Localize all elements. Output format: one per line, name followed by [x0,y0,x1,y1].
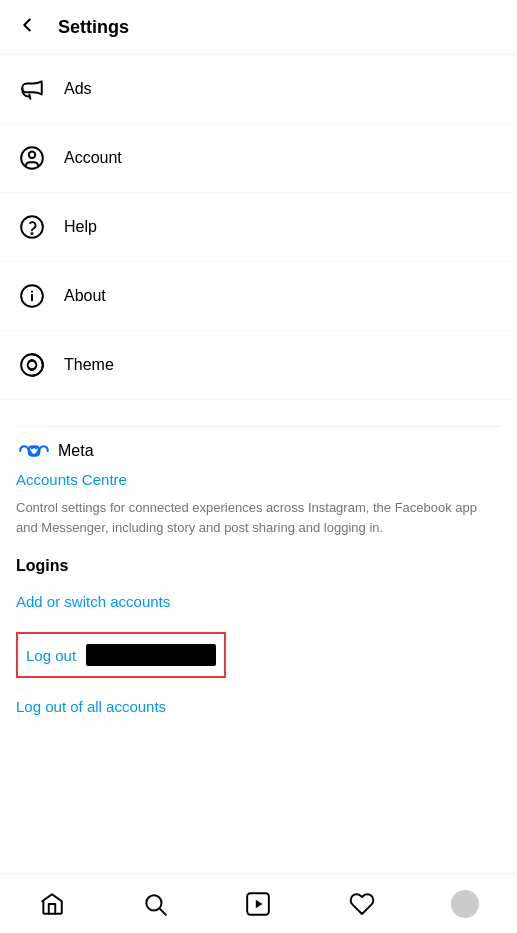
info-icon [16,280,48,312]
logout-all-link[interactable]: Log out of all accounts [16,698,501,715]
logout-link[interactable]: Log out [26,647,76,664]
nav-reels[interactable] [233,879,283,929]
theme-icon [16,349,48,381]
svg-marker-13 [256,899,263,908]
about-label: About [64,287,106,305]
svg-point-7 [31,291,32,292]
ads-label: Ads [64,80,92,98]
logins-title: Logins [16,557,501,575]
accounts-centre-link[interactable]: Accounts Centre [16,471,501,488]
menu-item-ads[interactable]: Ads [0,55,517,124]
bottom-nav [0,873,517,933]
nav-likes[interactable] [337,879,387,929]
meta-text: Meta [58,442,94,460]
reels-icon [245,891,271,917]
header: Settings [0,0,517,55]
search-icon [142,891,168,917]
meta-description: Control settings for connected experienc… [16,498,501,537]
svg-point-4 [31,233,32,234]
add-switch-accounts-link[interactable]: Add or switch accounts [16,593,501,610]
theme-label: Theme [64,356,114,374]
svg-line-11 [160,908,166,914]
home-icon [39,891,65,917]
meta-section: Meta Accounts Centre Control settings fo… [0,400,517,537]
megaphone-icon [16,73,48,105]
menu-item-account[interactable]: Account [0,124,517,193]
meta-logo-icon [16,441,52,461]
heart-icon [349,891,375,917]
logins-section: Logins Add or switch accounts Log out Lo… [0,557,517,715]
menu-item-theme[interactable]: Theme [0,331,517,400]
page-title: Settings [58,17,129,38]
nav-search[interactable] [130,879,180,929]
nav-profile[interactable] [440,879,490,929]
profile-avatar [451,890,479,918]
redacted-username [86,644,216,666]
account-label: Account [64,149,122,167]
logout-row: Log out [16,632,226,678]
help-label: Help [64,218,97,236]
menu-item-about[interactable]: About [0,262,517,331]
menu-item-help[interactable]: Help [0,193,517,262]
meta-logo: Meta [16,441,501,461]
svg-point-1 [29,152,36,159]
account-icon [16,142,48,174]
nav-home[interactable] [27,879,77,929]
help-icon [16,211,48,243]
back-button[interactable] [16,14,38,40]
